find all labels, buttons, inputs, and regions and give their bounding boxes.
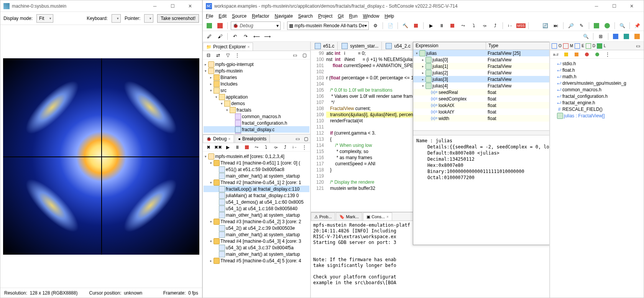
outline-row[interactable]: ⮐ fractal_configuration.h bbox=[551, 93, 643, 99]
tree-row[interactable]: ▾mpfs-mustein bbox=[204, 68, 309, 74]
menu-search[interactable]: Search bbox=[298, 13, 313, 19]
expression-row[interactable]: (x)= lookAtXfloat0 bbox=[413, 102, 549, 109]
expand-toggle[interactable]: ▾ bbox=[209, 239, 213, 243]
dbg-resume-icon[interactable]: ▶ bbox=[223, 143, 232, 151]
ide-minimize-button[interactable]: ─ bbox=[588, 0, 605, 12]
tree-row[interactable]: main_other_hart() at system_startup bbox=[204, 173, 309, 179]
menu-refactor[interactable]: Refactor bbox=[252, 13, 269, 19]
hammer-icon[interactable]: 🔨 bbox=[401, 21, 409, 30]
redo-icon[interactable]: ↷ bbox=[242, 32, 250, 41]
close-icon[interactable]: × bbox=[386, 215, 389, 219]
dbg-disconnect-icon[interactable]: ⤳ bbox=[252, 143, 261, 151]
stop-build-icon[interactable] bbox=[412, 21, 420, 30]
outline-row[interactable]: ⮐ math.h bbox=[551, 73, 643, 80]
dbg-stepover-icon[interactable]: ⤼ bbox=[271, 143, 280, 151]
instruction-step-icon[interactable]: i→ bbox=[506, 21, 514, 30]
hide-fields-icon[interactable] bbox=[562, 50, 570, 59]
hide-local-icon[interactable] bbox=[593, 50, 601, 59]
perspective-git-icon[interactable] bbox=[633, 32, 641, 41]
project-explorer-tab[interactable]: 📁 Project Explorer × bbox=[203, 43, 253, 51]
tree-row[interactable]: juliaMain() at fractal_display.c:139 0 bbox=[204, 192, 309, 199]
step-return-icon[interactable]: ⤴ bbox=[491, 21, 499, 30]
expression-row[interactable]: ▸ julias[0]FractalView{...} bbox=[413, 56, 549, 63]
expand-toggle[interactable]: ▸ bbox=[204, 63, 207, 66]
editor-tab[interactable]: e51.c bbox=[311, 42, 338, 50]
hide-static-icon[interactable] bbox=[572, 50, 581, 59]
expression-row[interactable]: ▸ julias[3]FractalView{...} bbox=[413, 76, 549, 82]
outline-row[interactable]: ⮐ fractal_engine.h bbox=[551, 99, 643, 106]
expand-toggle[interactable]: ▾ bbox=[209, 220, 213, 224]
dbg-i-icon[interactable]: i→ bbox=[291, 143, 299, 151]
expression-row[interactable]: ▸ julias[1]FractalView{...} bbox=[413, 63, 549, 69]
expression-row[interactable]: ▾ julias[4]FractalView{...} bbox=[413, 82, 549, 89]
display-mode-select[interactable]: Fit bbox=[36, 14, 53, 23]
menu-navigate[interactable]: Navigate bbox=[274, 13, 292, 19]
launch-config-select[interactable]: ▦ mpfs-mustein Renode All-harts De▾ bbox=[287, 21, 369, 30]
debug-perspective-icon[interactable] bbox=[592, 21, 601, 30]
tree-row[interactable]: ▾demos bbox=[204, 100, 309, 107]
tree-row[interactable]: u54_1_demos() at u54_1.c:60 0x8005 bbox=[204, 199, 309, 205]
mss-icon[interactable]: MSS bbox=[517, 21, 525, 30]
expand-toggle[interactable]: ▸ bbox=[421, 71, 425, 75]
ide-close-button[interactable]: ✕ bbox=[623, 0, 641, 12]
expand-toggle[interactable]: ▾ bbox=[209, 181, 213, 184]
tree-row[interactable]: common_macros.h bbox=[204, 113, 309, 120]
edit-icon[interactable]: 🖉 bbox=[205, 32, 214, 41]
menu-edit[interactable]: Edit bbox=[219, 13, 227, 19]
perspective-debug-icon[interactable] bbox=[622, 32, 631, 41]
menu-source[interactable]: Source bbox=[232, 13, 246, 19]
brush-icon[interactable]: 🖌 bbox=[216, 32, 224, 41]
perspective-c-icon[interactable] bbox=[611, 32, 620, 41]
debug-tree[interactable]: ▾mpfs-mustein.elf [cores: 0,1,2,3,4]▾Thr… bbox=[203, 151, 310, 298]
take-screenshot-button[interactable]: Take screenshot! bbox=[157, 14, 199, 23]
expand-toggle[interactable]: ▾ bbox=[225, 108, 229, 112]
tree-row[interactable]: ▾application bbox=[204, 94, 309, 100]
outline-row[interactable]: ⮐ float.h bbox=[551, 67, 643, 73]
tree-row[interactable]: ▸mpfs-gpio-interrupt bbox=[204, 61, 309, 68]
tree-row[interactable]: ▾Thread #2 [machine-0.u54_1] 2 [core: 1 bbox=[204, 179, 309, 186]
quick-access-icon[interactable]: 🔍 bbox=[582, 32, 590, 41]
menu-window[interactable]: Window bbox=[363, 13, 380, 19]
outline-row[interactable]: julias : FractalView[] bbox=[551, 112, 643, 119]
editor-tab[interactable]: u54_2.c bbox=[382, 42, 414, 50]
expression-row[interactable]: ▸ julias[2]FractalView{...} bbox=[413, 69, 549, 76]
dbg-stop-icon[interactable] bbox=[243, 143, 251, 151]
tree-row[interactable]: fractal_display.h bbox=[204, 133, 309, 134]
menu-git[interactable]: Git bbox=[338, 13, 343, 19]
outline-o-icon[interactable] bbox=[552, 43, 557, 49]
outline-row[interactable]: ⮐ drivers/mustein_gpu/mustein_g bbox=[551, 80, 643, 86]
ide-maximize-button[interactable]: ☐ bbox=[605, 0, 623, 12]
console-tab[interactable]: ▣ Cons... × bbox=[363, 212, 392, 221]
dbg-pause-icon[interactable]: ⏸ bbox=[233, 143, 242, 151]
fwd-icon[interactable]: ⟶ bbox=[263, 32, 271, 41]
tree-row[interactable]: ▾Thread #4 [machine-0.u54_3] 4 [core: 3 bbox=[204, 238, 309, 244]
pointer-select[interactable] bbox=[144, 14, 153, 23]
restart-icon[interactable]: 🔄 bbox=[541, 21, 549, 30]
expand-toggle[interactable]: ▾ bbox=[209, 89, 213, 92]
search-icon[interactable]: 🔍 bbox=[618, 21, 626, 30]
breakpoints-tab[interactable]: ● Breakpoints bbox=[235, 135, 270, 143]
expand-toggle[interactable]: ▾ bbox=[214, 95, 218, 99]
col-type[interactable]: Type bbox=[486, 42, 549, 49]
editor-tab[interactable]: system_star... bbox=[338, 42, 382, 50]
outline-m-icon[interactable] bbox=[563, 43, 568, 49]
close-icon[interactable]: × bbox=[247, 45, 250, 49]
outline-row[interactable]: ⮐ common_macros.h bbox=[551, 86, 643, 93]
tree-row[interactable]: main_other_hart() at system_startup bbox=[204, 212, 309, 218]
menu-run[interactable]: Run bbox=[349, 13, 358, 19]
col-expression[interactable]: Expression bbox=[413, 42, 486, 49]
gear-icon[interactable]: ⚙ bbox=[371, 21, 380, 30]
filter-icon[interactable]: ▽ bbox=[223, 51, 232, 59]
expand-toggle[interactable]: ▾ bbox=[421, 84, 425, 88]
menu-file[interactable]: File bbox=[206, 13, 213, 19]
menu-project[interactable]: Project bbox=[318, 13, 332, 19]
max-icon[interactable]: ▢ bbox=[300, 51, 309, 59]
bug-icon[interactable] bbox=[205, 21, 214, 30]
expand-toggle[interactable]: ▸ bbox=[209, 259, 213, 263]
left-titlebar[interactable]: machine-0:sysbus.mustein ─ ☐ ✕ bbox=[0, 0, 202, 12]
tree-row[interactable]: ▾mpfs-mustein.elf [cores: 0,1,2,3,4] bbox=[204, 153, 309, 160]
dbg-menu-icon[interactable]: ⋮ bbox=[300, 143, 309, 151]
expand-toggle[interactable]: ▾ bbox=[204, 155, 207, 158]
back-icon[interactable]: ⟵ bbox=[252, 32, 261, 41]
expand-toggle[interactable]: ▾ bbox=[220, 102, 223, 105]
